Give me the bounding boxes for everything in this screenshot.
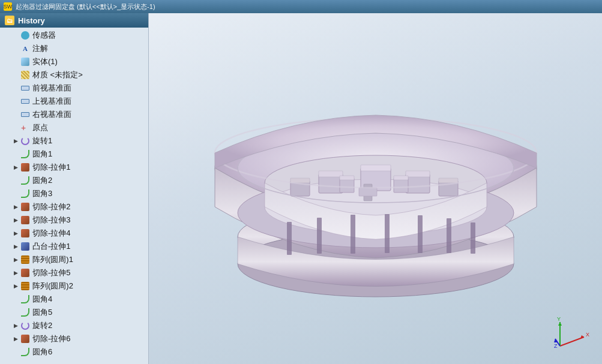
origin-icon [20,123,30,133]
tree-item-right[interactable]: 右视基准面 [0,108,148,121]
material-icon [20,70,30,80]
tree-header-label: History [18,16,45,25]
tree-label-pattern2: 阵列(圆周)2 [32,281,73,291]
expand-arrow-fillet4[interactable] [12,296,19,303]
expand-arrow-pattern2[interactable] [12,282,19,290]
tree-label-boss1: 凸台-拉伸1 [32,241,71,252]
expand-arrow-front[interactable] [12,85,19,92]
expand-arrow-sensor[interactable] [12,32,19,39]
tree-label-cut6: 切除-拉伸6 [32,333,71,344]
expand-arrow-fillet3[interactable] [12,190,19,197]
expand-arrow-top[interactable] [12,98,19,105]
tree-label-fillet3: 圆角3 [32,188,52,199]
tree-item-fillet1[interactable]: 圆角1 [0,148,148,161]
expand-arrow-solid[interactable] [12,58,19,65]
expand-arrow-origin[interactable] [12,124,19,131]
cut-icon [20,334,30,344]
pattern-icon [20,255,30,264]
svg-line-32 [560,337,584,346]
tree-label-revolve2: 旋转2 [32,320,52,331]
tree-label-cut3: 切除-拉伸3 [32,215,71,225]
svg-text:Z: Z [554,343,558,349]
expand-arrow-revolve2[interactable] [12,322,19,329]
revolve-icon [20,136,30,146]
tree-item-fillet5[interactable]: 圆角5 [0,306,148,319]
svg-rect-23 [439,178,458,183]
tree-item-cut3[interactable]: 切除-拉伸3 [0,213,148,227]
expand-arrow-cut6[interactable] [12,335,19,342]
tree-item-fillet4[interactable]: 圆角4 [0,293,148,306]
tree-label-origin: 原点 [32,122,48,133]
panel-resize-handle[interactable] [146,13,148,364]
expand-arrow-revolve1[interactable] [12,137,19,145]
tree-label-solid: 实体(1) [32,56,58,67]
expand-arrow-cut5[interactable] [12,269,19,276]
tree-item-fillet3[interactable]: 圆角3 [0,187,148,200]
expand-arrow-material[interactable] [12,71,19,79]
tree-item-cut1[interactable]: 切除-拉伸1 [0,161,148,174]
boss-icon [20,242,30,251]
svg-rect-11 [418,215,423,253]
expand-arrow-cut2[interactable] [12,203,19,210]
cut-icon [20,228,30,238]
expand-arrow-right[interactable] [12,111,19,118]
expand-arrow-fillet2[interactable] [12,177,19,184]
svg-rect-13 [471,222,475,254]
tree-item-material[interactable]: 材质 <未指定> [0,68,148,82]
svg-rect-29 [359,188,377,196]
tree-item-sensor[interactable]: 传感器 [0,29,148,42]
tree-item-top[interactable]: 上视基准面 [0,95,148,108]
expand-arrow-fillet6[interactable] [12,348,19,356]
svg-rect-15 [361,165,391,171]
expand-arrow-boss1[interactable] [12,243,19,250]
tree-label-top: 上视基准面 [32,96,71,107]
svg-marker-36 [558,322,562,326]
tree-item-pattern2[interactable]: 阵列(圆周)2 [0,279,148,293]
tree-label-fillet1: 圆角1 [32,149,52,160]
tree-item-solid[interactable]: 实体(1) [0,55,148,68]
tree-item-annotation[interactable]: A注解 [0,42,148,55]
tree-header: 🗂 History [0,13,148,28]
svg-rect-9 [351,215,355,254]
svg-rect-24 [340,178,354,192]
tree-item-cut4[interactable]: 切除-拉伸4 [0,227,148,240]
tree-label-cut5: 切除-拉伸5 [32,267,71,278]
tree-label-cut2: 切除-拉伸2 [32,201,71,212]
tree-item-front[interactable]: 前视基准面 [0,82,148,95]
tree-item-cut5[interactable]: 切除-拉伸5 [0,266,148,279]
expand-arrow-cut3[interactable] [12,216,19,224]
tree-item-revolve2[interactable]: 旋转2 [0,319,148,332]
3d-viewport[interactable]: X Y Z [149,13,602,364]
svg-text:X: X [586,332,589,338]
app-icon: SW [4,2,12,11]
tree-label-cut1: 切除-拉伸1 [32,162,71,173]
cut-icon [20,163,30,172]
tree-item-fillet6[interactable]: 圆角6 [0,345,148,359]
expand-arrow-cut1[interactable] [12,164,19,171]
expand-arrow-annotation[interactable] [12,45,19,52]
tree-label-front: 前视基准面 [32,83,71,94]
tree-item-revolve1[interactable]: 旋转1 [0,134,148,148]
cut-icon [20,215,30,225]
tree-item-pattern1[interactable]: 阵列(圆周)1 [0,253,148,266]
tree-label-annotation: 注解 [32,43,48,54]
svg-rect-27 [394,176,408,180]
tree-item-boss1[interactable]: 凸台-拉伸1 [0,240,148,253]
solid-icon [20,57,30,67]
tree-item-fillet2[interactable]: 圆角2 [0,174,148,187]
tree-item-cut6[interactable]: 切除-拉伸6 [0,332,148,345]
tree-label-cut4: 切除-拉伸4 [32,228,71,239]
tree-item-cut2[interactable]: 切除-拉伸2 [0,200,148,213]
expand-arrow-cut4[interactable] [12,230,19,237]
svg-text:Y: Y [557,316,561,322]
expand-arrow-fillet5[interactable] [12,309,19,316]
svg-rect-7 [287,222,292,255]
expand-arrow-pattern1[interactable] [12,256,19,263]
tree-content[interactable]: 传感器A注解实体(1)材质 <未指定>前视基准面上视基准面右视基准面原点旋转1圆… [0,28,148,364]
tree-item-origin[interactable]: 原点 [0,121,148,134]
expand-arrow-fillet1[interactable] [12,151,19,158]
svg-rect-19 [406,171,430,177]
svg-rect-12 [447,218,451,253]
fillet-icon [20,347,30,357]
svg-rect-8 [317,218,322,254]
